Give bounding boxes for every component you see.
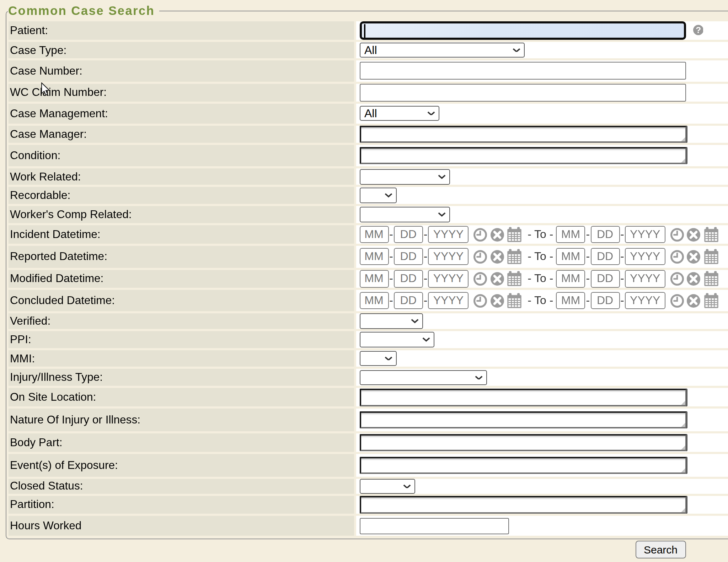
svg-text:?: ? [695, 25, 701, 35]
